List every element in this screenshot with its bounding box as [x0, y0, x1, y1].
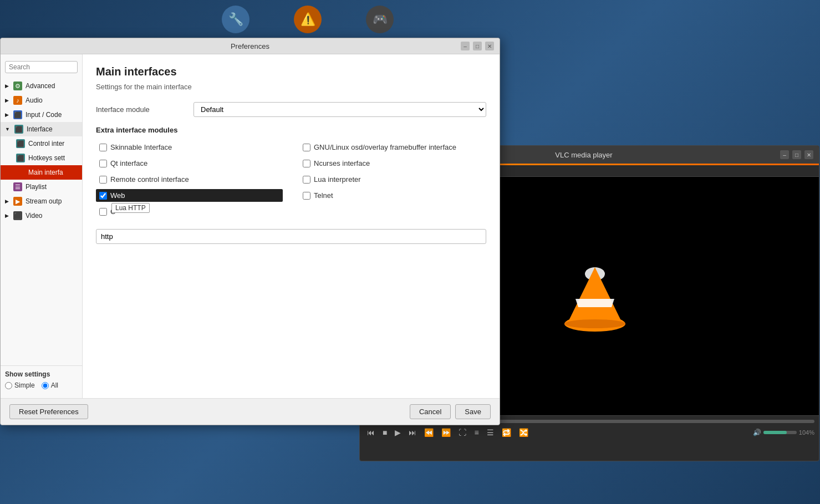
vlc-playlist-btn[interactable]: ☰	[484, 427, 497, 438]
sidebar-item-control-interfaces[interactable]: ⬛ Control inter	[1, 136, 82, 151]
checkbox-skinnable-input[interactable]	[99, 144, 107, 151]
desktop-icon-image-1: 🔧	[222, 6, 249, 33]
checkbox-telnet-label: Telnet	[314, 191, 333, 200]
desktop-icon-1: 🔧	[222, 6, 249, 33]
footer-left: Reset Preferences	[9, 404, 88, 419]
preferences-titlebar: Preferences – □ ✕	[1, 38, 500, 54]
checkbox-custom-input[interactable]	[99, 208, 107, 216]
checkbox-gnu-linux[interactable]: GNU/Linux osd/overlay framebuffer interf…	[299, 141, 486, 154]
search-input[interactable]	[5, 61, 78, 73]
chevron-right-icon: ▶	[5, 83, 9, 89]
stream-icon: ▶	[13, 197, 22, 206]
preferences-dialog: Preferences – □ ✕ ▶ ⚙ Advanced ▶ ♪ Audio	[0, 38, 500, 425]
audio-icon: ♪	[13, 96, 22, 105]
checkbox-ncurses-input[interactable]	[303, 160, 310, 167]
radio-simple[interactable]: Simple	[5, 381, 35, 389]
sidebar-item-hotkeys[interactable]: ⬛ Hotkeys sett	[1, 151, 82, 165]
pref-maximize-btn[interactable]: □	[473, 42, 482, 50]
sidebar-item-stream[interactable]: ▶ ▶ Stream outp	[1, 194, 82, 208]
show-settings-label: Show settings	[5, 370, 78, 378]
sidebar-item-playlist[interactable]: ▶ ☰ Playlist	[1, 180, 82, 194]
checkbox-ncurses-label: Ncurses interface	[314, 159, 370, 167]
vlc-slower-btn[interactable]: ⏪	[421, 427, 436, 438]
advanced-icon: ⚙	[13, 82, 22, 90]
cancel-button[interactable]: Cancel	[410, 404, 451, 419]
reset-preferences-button[interactable]: Reset Preferences	[9, 404, 88, 419]
vlc-cone-svg	[562, 263, 628, 335]
search-wrap	[1, 59, 82, 75]
save-button[interactable]: Save	[455, 404, 491, 419]
sidebar-label-playlist: Playlist	[26, 183, 47, 191]
vlc-eq-btn[interactable]: ≡	[471, 427, 481, 438]
checkbox-lua-label: Lua interpreter	[314, 175, 361, 184]
preferences-body: ▶ ⚙ Advanced ▶ ♪ Audio ▶ ⬛ Input / Code …	[1, 54, 500, 398]
desktop-icon-3: 🎮	[366, 6, 394, 33]
radio-all[interactable]: All	[42, 381, 58, 389]
vlc-volume-bar[interactable]	[763, 431, 797, 434]
main-title: Main interfaces	[96, 65, 486, 78]
checkbox-gnu-input[interactable]	[303, 144, 310, 151]
vlc-prev-btn[interactable]: ⏮	[364, 427, 378, 438]
sidebar-item-main-interfaces[interactable]: Main interfa	[1, 165, 82, 180]
sidebar-label-stream: Stream outp	[26, 197, 62, 205]
vlc-btn-row: ⏮ ■ ▶ ⏭ ⏪ ⏩ ⛶ ≡ ☰ 🔁 🔀 🔊 104%	[364, 427, 814, 438]
checkboxes-grid: Skinnable Interface GNU/Linux osd/overla…	[96, 141, 486, 218]
vlc-volume-icon: 🔊	[753, 429, 761, 436]
interface-module-select[interactable]: Default Qt Skins2 Dummy	[193, 102, 486, 117]
main-subtitle: Settings for the main interface	[96, 83, 486, 91]
chevron-right-icon-input: ▶	[5, 112, 9, 118]
vlc-play-btn[interactable]: ▶	[392, 427, 404, 438]
radio-simple-label: Simple	[14, 381, 35, 389]
checkbox-skinnable[interactable]: Skinnable Interface	[96, 141, 283, 154]
vlc-title: VLC media player	[555, 151, 612, 159]
checkbox-web[interactable]: Web	[96, 189, 283, 202]
checkbox-web-input[interactable]	[99, 192, 107, 200]
checkbox-qt-input[interactable]	[99, 160, 107, 167]
checkbox-skinnable-label: Skinnable Interface	[110, 143, 172, 151]
checkbox-remote[interactable]: Remote control interface	[96, 173, 283, 186]
preferences-main: Main interfaces Settings for the main in…	[83, 54, 500, 398]
checkbox-telnet[interactable]: Telnet	[299, 189, 486, 202]
checkbox-telnet-input[interactable]	[303, 192, 310, 200]
interface-icon: ⬛	[14, 125, 23, 134]
sidebar-item-audio[interactable]: ▶ ♪ Audio	[1, 93, 82, 108]
checkbox-remote-label: Remote control interface	[110, 175, 189, 184]
sidebar-item-video[interactable]: ▶ ⬛ Video	[1, 208, 82, 223]
checkbox-gnu-label: GNU/Linux osd/overlay framebuffer interf…	[314, 143, 456, 151]
vlc-stop-btn[interactable]: ■	[380, 427, 390, 438]
vlc-close-btn[interactable]: ✕	[804, 150, 813, 159]
chevron-right-icon-audio: ▶	[5, 98, 9, 103]
checkbox-lua[interactable]: Lua interpreter	[299, 173, 486, 186]
vlc-loop-btn[interactable]: 🔁	[499, 427, 514, 438]
control-interfaces-icon: ⬛	[16, 139, 25, 148]
svg-point-4	[564, 319, 625, 328]
checkbox-remote-input[interactable]	[99, 176, 107, 184]
extra-modules-title: Extra interface modules	[96, 126, 486, 134]
checkbox-web-label: Web	[110, 191, 125, 200]
checkbox-lua-input[interactable]	[303, 176, 310, 184]
vlc-next-btn[interactable]: ⏭	[406, 427, 419, 438]
radio-all-input[interactable]	[42, 382, 49, 389]
sidebar-item-interface[interactable]: ▼ ⬛ Interface	[1, 122, 82, 136]
checkbox-custom[interactable]: C Lua HTTP	[96, 205, 283, 218]
vlc-faster-btn[interactable]: ⏩	[439, 427, 454, 438]
interface-module-row: Interface module Default Qt Skins2 Dummy	[96, 102, 486, 117]
vlc-minimize-btn[interactable]: –	[780, 150, 789, 159]
vlc-volume-fill	[763, 431, 787, 434]
vlc-fullscreen-btn[interactable]: ⛶	[456, 427, 469, 438]
vlc-shuffle-btn[interactable]: 🔀	[516, 427, 531, 438]
pref-close-btn[interactable]: ✕	[485, 42, 494, 50]
http-input[interactable]	[96, 229, 486, 244]
checkbox-ncurses[interactable]: Ncurses interface	[299, 157, 486, 170]
radio-simple-input[interactable]	[5, 382, 12, 389]
desktop-icon-image-3: 🎮	[366, 6, 394, 33]
main-interfaces-icon	[16, 168, 25, 177]
sidebar-label-control: Control inter	[28, 140, 64, 147]
checkbox-qt[interactable]: Qt interface	[96, 157, 283, 170]
sidebar-item-input[interactable]: ▶ ⬛ Input / Code	[1, 108, 82, 122]
sidebar-item-advanced[interactable]: ▶ ⚙ Advanced	[1, 79, 82, 93]
sidebar-label-interface: Interface	[27, 125, 53, 133]
chevron-right-icon-stream: ▶	[5, 198, 9, 204]
pref-minimize-btn[interactable]: –	[461, 42, 470, 50]
vlc-maximize-btn[interactable]: □	[792, 150, 801, 159]
